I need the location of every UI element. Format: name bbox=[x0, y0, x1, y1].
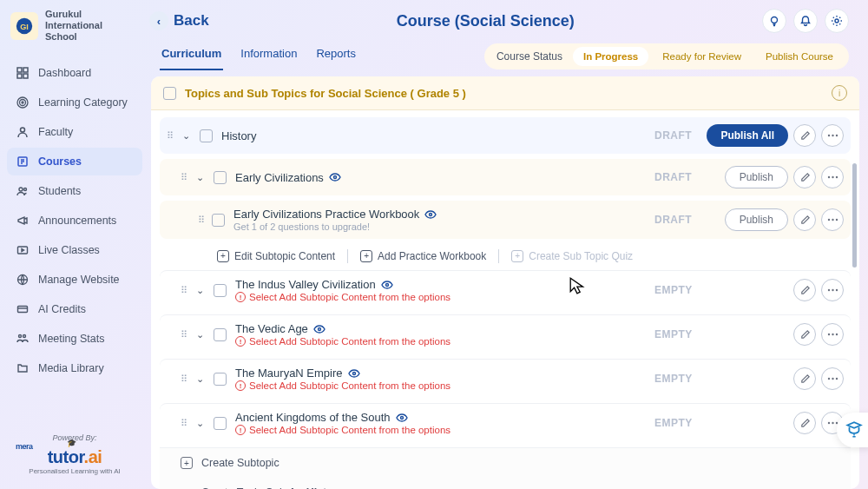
svg-point-33 bbox=[832, 289, 833, 291]
section-header: Topics and Sub Topics for Social Science… bbox=[151, 76, 859, 110]
chevron-down-icon[interactable]: ⌄ bbox=[194, 418, 205, 429]
svg-point-35 bbox=[318, 327, 320, 330]
section-checkbox[interactable] bbox=[163, 87, 176, 100]
publish-all-button[interactable]: Publish All bbox=[707, 124, 788, 147]
publish-button[interactable]: Publish bbox=[725, 208, 788, 231]
subtopic-checkbox[interactable] bbox=[214, 373, 227, 386]
drag-handle-icon[interactable]: ⠿ bbox=[181, 285, 186, 296]
status-ready-for-review[interactable]: Ready for Review bbox=[652, 47, 752, 66]
sidebar-item-label: Announcements bbox=[38, 215, 116, 227]
tab-information[interactable]: Information bbox=[239, 42, 299, 70]
more-icon[interactable] bbox=[821, 124, 844, 147]
topic-row: ⠿ ⌄ History DRAFT Publish All bbox=[160, 117, 851, 154]
svg-rect-15 bbox=[18, 306, 28, 312]
subtopic-checkbox[interactable] bbox=[214, 171, 227, 184]
lightbulb-icon[interactable] bbox=[762, 9, 786, 33]
drag-handle-icon[interactable]: ⠿ bbox=[198, 215, 203, 226]
drag-handle-icon[interactable]: ⠿ bbox=[181, 172, 186, 183]
edit-icon[interactable] bbox=[793, 166, 816, 188]
drag-handle-icon[interactable]: ⠿ bbox=[181, 329, 186, 340]
sidebar-item-dashboard[interactable]: Dashboard bbox=[7, 59, 142, 87]
sidebar-item-manage-website[interactable]: Manage Website bbox=[7, 266, 142, 294]
edit-icon[interactable] bbox=[793, 323, 816, 346]
create-subtopic-quiz-button: +Create Sub Topic Quiz bbox=[511, 250, 633, 262]
help-fab[interactable] bbox=[837, 413, 868, 447]
edit-icon[interactable] bbox=[793, 412, 816, 434]
status-badge: EMPTY bbox=[654, 328, 693, 340]
edit-subtopic-content-button[interactable]: +Edit Subtopic Content bbox=[217, 250, 335, 262]
more-icon[interactable] bbox=[821, 208, 844, 231]
svg-point-32 bbox=[827, 289, 829, 291]
sidebar-item-meeting-stats[interactable]: Meeting Stats bbox=[7, 325, 142, 353]
sidebar-item-ai-credits[interactable]: AI Credits bbox=[7, 295, 142, 323]
chevron-down-icon[interactable]: ⌄ bbox=[194, 172, 205, 183]
svg-point-18 bbox=[772, 17, 778, 23]
create-subtopic-row[interactable]: + Create Subtopic bbox=[160, 447, 851, 478]
gear-icon[interactable] bbox=[825, 9, 849, 33]
drag-handle-icon[interactable]: ⠿ bbox=[181, 373, 186, 385]
svg-point-26 bbox=[835, 176, 837, 178]
subtopic-checkbox[interactable] bbox=[212, 214, 225, 227]
sidebar-item-media-library[interactable]: Media Library bbox=[7, 354, 142, 382]
status-badge: EMPTY bbox=[654, 373, 693, 385]
more-icon[interactable] bbox=[821, 323, 844, 346]
sidebar-item-learning-category[interactable]: Learning Category bbox=[7, 89, 142, 116]
more-icon[interactable] bbox=[821, 279, 844, 301]
status-badge: DRAFT bbox=[654, 129, 692, 142]
publish-button[interactable]: Publish bbox=[725, 166, 788, 188]
drag-handle-icon[interactable]: ⠿ bbox=[181, 418, 186, 429]
sidebar-item-label: Faculty bbox=[38, 126, 73, 138]
sidebar-item-courses[interactable]: Courses bbox=[7, 148, 142, 175]
plus-square-icon: + bbox=[181, 457, 193, 469]
sidebar-nav: Dashboard Learning Category Faculty Cour… bbox=[7, 59, 142, 428]
subtopic-checkbox[interactable] bbox=[214, 328, 227, 341]
tab-reports[interactable]: Reports bbox=[314, 42, 358, 70]
warning-icon: ! bbox=[235, 292, 246, 302]
chevron-down-icon[interactable]: ⌄ bbox=[181, 130, 191, 142]
school-name: Gurukul International School bbox=[45, 9, 102, 43]
svg-point-6 bbox=[17, 97, 28, 108]
status-in-progress[interactable]: In Progress bbox=[573, 47, 648, 66]
create-topic-quiz-row[interactable]: Create Topic Quiz for History bbox=[160, 478, 851, 489]
svg-text:GI: GI bbox=[20, 22, 29, 30]
topic-title: History bbox=[221, 129, 256, 142]
edit-icon[interactable] bbox=[793, 208, 816, 231]
sidebar-item-label: Meeting Stats bbox=[38, 333, 104, 345]
svg-point-21 bbox=[832, 135, 833, 136]
eye-icon[interactable] bbox=[348, 367, 360, 380]
tab-curriculum[interactable]: Curriculum bbox=[160, 42, 223, 70]
svg-rect-5 bbox=[23, 74, 28, 78]
info-icon[interactable]: i bbox=[832, 85, 847, 101]
sidebar-item-faculty[interactable]: Faculty bbox=[7, 118, 142, 146]
eye-icon[interactable] bbox=[396, 412, 408, 424]
drag-handle-icon[interactable]: ⠿ bbox=[167, 130, 172, 142]
eye-icon[interactable] bbox=[329, 171, 341, 183]
more-icon[interactable] bbox=[821, 367, 844, 390]
eye-icon[interactable] bbox=[313, 323, 326, 335]
status-publish-course[interactable]: Publish Course bbox=[755, 47, 844, 66]
chevron-down-icon[interactable]: ⌄ bbox=[194, 373, 205, 385]
warning-icon: ! bbox=[235, 336, 246, 347]
sidebar-item-live-classes[interactable]: Live Classes bbox=[7, 236, 142, 264]
more-icon[interactable] bbox=[821, 166, 844, 188]
topic-checkbox[interactable] bbox=[200, 129, 213, 142]
subtopic-warning: !Select Add Subtopic Content from the op… bbox=[235, 292, 450, 302]
subtopic-checkbox[interactable] bbox=[214, 417, 227, 430]
subtopic-warning: !Select Add Subtopic Content from the op… bbox=[235, 336, 450, 347]
status-badge: EMPTY bbox=[654, 284, 693, 296]
edit-icon[interactable] bbox=[793, 367, 816, 390]
chevron-down-icon[interactable]: ⌄ bbox=[194, 329, 205, 340]
subtopic-checkbox[interactable] bbox=[214, 284, 227, 297]
bell-icon[interactable] bbox=[793, 9, 818, 33]
chevron-down-icon[interactable]: ⌄ bbox=[194, 285, 205, 296]
sidebar-item-announcements[interactable]: Announcements bbox=[7, 207, 142, 235]
edit-icon[interactable] bbox=[793, 124, 816, 147]
svg-point-24 bbox=[827, 176, 829, 178]
sidebar-item-students[interactable]: Students bbox=[7, 177, 142, 205]
eye-icon[interactable] bbox=[424, 208, 437, 221]
back-button[interactable]: ‹ Back bbox=[149, 11, 209, 30]
edit-icon[interactable] bbox=[793, 279, 816, 301]
scrollbar[interactable] bbox=[852, 163, 857, 268]
add-practice-workbook-button[interactable]: +Add Practice Workbook bbox=[360, 250, 486, 262]
eye-icon[interactable] bbox=[381, 279, 393, 291]
